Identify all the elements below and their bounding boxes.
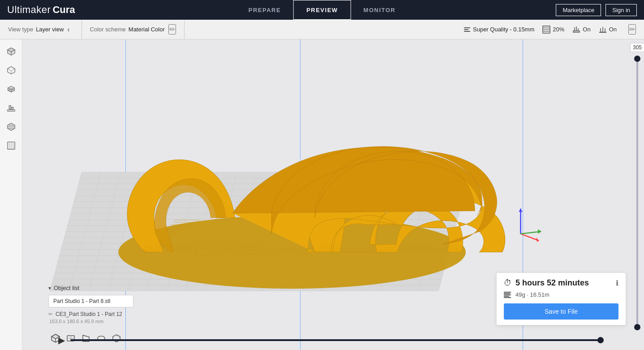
object-part-name: CE3_Part Studio 1 - Part 12 [56,311,122,317]
logo: Ultimaker Cura [7,4,75,16]
info-weight-row: 49g · 16.51m [504,291,618,298]
weight-icon [504,292,511,298]
adhesion-value: On [609,26,617,33]
part-edit-icon: ✏ [48,311,53,317]
playback-controls: ▶ [22,335,631,346]
svg-rect-26 [7,110,15,112]
supports-stat: On [572,26,590,34]
tool-solid-view[interactable] [4,44,19,59]
left-sidebar [0,39,22,350]
logo-ultimaker: Ultimaker [7,4,51,16]
view-type-value: Layer view [36,26,64,33]
view-type-label: View type [8,26,33,33]
svg-rect-27 [9,106,11,110]
signin-button[interactable]: Sign in [605,4,637,16]
infill-value: 20% [553,26,564,33]
svg-point-82 [214,253,215,255]
layer-slider-track[interactable] [636,56,638,330]
main-area: 305 ▾ Object list Part Studio 1 - Part 8… [0,39,644,350]
color-scheme-value: Material Color [129,26,165,33]
top-navigation: Ultimaker Cura PREPARE PREVIEW MONITOR M… [0,0,644,20]
nav-monitor[interactable]: MONITOR [351,0,408,20]
tool-support[interactable] [4,100,19,116]
svg-point-83 [223,254,224,255]
svg-point-90 [287,253,288,255]
tool-path[interactable] [4,138,19,153]
clock-icon: ⏱ [504,278,512,288]
nav-prepare[interactable]: PREPARE [236,0,293,20]
object-list-header[interactable]: ▾ Object list [48,285,162,291]
svg-point-81 [204,254,206,255]
logo-cura: Cura [52,4,75,16]
infill-stat: 20% [542,26,564,34]
toolbar-right: Super Quality - 0.15mm 20% On [456,24,644,35]
layer-value-box: 305 [630,43,644,52]
color-scheme-edit-icon[interactable]: ✏ [168,24,176,35]
play-button[interactable]: ▶ [58,335,65,346]
object-part-row: ✏ CE3_Part Studio 1 - Part 12 [48,311,162,317]
weight-value: 49g · 16.51m [515,291,550,298]
progress-fill [70,339,604,341]
toolbar: View type Layer view ‹ Color scheme Mate… [0,20,644,39]
settings-edit-icon[interactable]: ✏ [628,24,636,35]
color-scheme-section: Color scheme Material Color ✏ [82,20,185,39]
save-to-file-button[interactable]: Save to File [504,303,618,320]
layer-slider-container: 305 [631,39,644,332]
view-type-section: View type Layer view ‹ [0,20,82,39]
layer-slider-thumb-bottom[interactable] [634,324,640,330]
svg-marker-94 [519,209,522,212]
nav-center: PREPARE PREVIEW MONITOR [236,0,408,20]
quality-lines-icon [464,27,470,32]
info-detail-button[interactable]: ℹ [616,279,618,287]
adhesion-stat: On [599,26,617,34]
object-list-title: Object list [54,285,79,291]
tool-mixed[interactable] [4,119,19,134]
view-type-chevron[interactable]: ‹ [64,26,73,34]
quality-badge: Super Quality - 0.15mm [464,26,534,33]
svg-marker-19 [7,67,15,71]
adhesion-icon [599,26,607,34]
marketplace-button[interactable]: Marketplace [556,4,601,16]
collapse-icon: ▾ [48,285,51,291]
layer-slider-thumb-top[interactable] [634,56,640,62]
svg-marker-98 [538,229,541,233]
print-time: 5 hours 52 minutes [515,278,612,288]
tool-layer-view[interactable] [4,82,19,97]
supports-icon [572,26,580,34]
svg-rect-7 [573,31,580,32]
svg-point-92 [305,253,307,255]
object-dimensions: 163.0 x 180.6 x 45.9 mm [49,319,162,324]
svg-point-89 [277,254,279,255]
color-scheme-label: Color scheme [90,26,126,33]
progress-thumb[interactable] [597,337,604,343]
nav-preview[interactable]: PREVIEW [293,0,351,20]
svg-point-88 [268,253,270,255]
infill-icon [542,26,550,34]
svg-point-84 [232,253,233,255]
supports-value: On [583,26,590,33]
object-file-button[interactable]: Part Studio 1 - Part 8.stl [48,295,133,307]
info-time-row: ⏱ 5 hours 52 minutes ℹ [504,278,618,288]
svg-point-87 [259,254,261,255]
viewport[interactable]: 305 ▾ Object list Part Studio 1 - Part 8… [22,39,644,350]
svg-rect-28 [11,107,13,110]
quality-text: Super Quality - 0.15mm [473,26,534,33]
svg-point-80 [195,253,197,255]
tool-xray-view[interactable] [4,63,19,78]
progress-track[interactable] [70,339,604,341]
svg-point-86 [250,253,252,255]
svg-point-91 [296,254,297,255]
svg-point-85 [241,254,243,255]
svg-line-95 [520,234,539,241]
info-panel: ⏱ 5 hours 52 minutes ℹ 49g · 16.51m Save… [496,272,626,325]
object-list-panel: ▾ Object list Part Studio 1 - Part 8.stl… [45,281,166,328]
nav-right: Marketplace Sign in [556,4,637,16]
